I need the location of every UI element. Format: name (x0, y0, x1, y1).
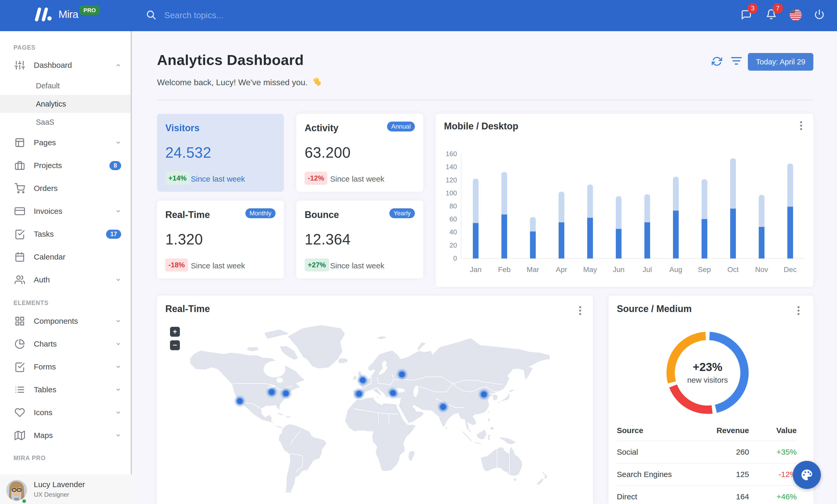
svg-text:Apr: Apr (556, 265, 567, 274)
svg-text:Jun: Jun (613, 265, 624, 274)
svg-text:Mar: Mar (527, 265, 539, 274)
svg-text:Sep: Sep (698, 265, 711, 274)
svg-text:140: 140 (446, 163, 457, 171)
svg-text:Oct: Oct (727, 265, 739, 274)
svg-text:Dec: Dec (784, 265, 797, 274)
svg-text:Aug: Aug (669, 265, 682, 274)
svg-text:80: 80 (449, 202, 457, 210)
svg-text:100: 100 (446, 189, 457, 197)
svg-text:May: May (583, 265, 597, 274)
svg-text:40: 40 (449, 228, 457, 236)
svg-text:Jan: Jan (470, 265, 481, 274)
svg-text:160: 160 (446, 150, 457, 158)
svg-text:Nov: Nov (755, 265, 768, 274)
svg-text:20: 20 (449, 241, 457, 249)
svg-text:60: 60 (449, 215, 457, 223)
svg-text:120: 120 (446, 176, 457, 184)
svg-text:Feb: Feb (498, 265, 511, 274)
svg-text:0: 0 (453, 254, 457, 262)
svg-text:Jul: Jul (643, 265, 652, 274)
